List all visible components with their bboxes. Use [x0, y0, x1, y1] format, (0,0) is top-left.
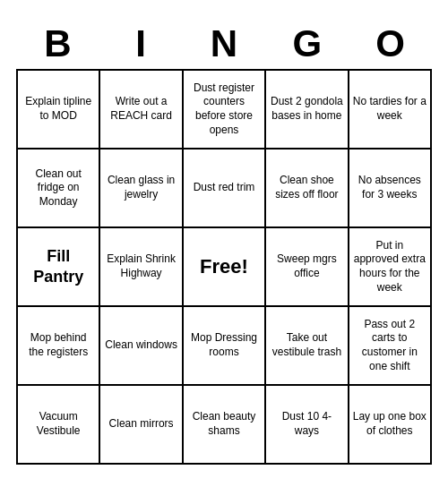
bingo-cell-9: No absences for 3 weeks: [349, 150, 432, 228]
bingo-cell-8: Clean shoe sizes off floor: [266, 150, 349, 228]
bingo-cell-12: Free!: [184, 228, 266, 307]
bingo-letter-n: N: [185, 22, 263, 65]
bingo-cell-16: Clean windows: [100, 307, 183, 386]
bingo-cell-2: Dust register counters before store open…: [184, 71, 266, 150]
bingo-cell-15: Mop behind the registers: [18, 307, 100, 386]
bingo-cell-3: Dust 2 gondola bases in home: [266, 71, 349, 150]
bingo-letter-b: B: [18, 22, 97, 65]
bingo-cell-24: Lay up one box of clothes: [349, 386, 432, 465]
bingo-cell-21: Clean mirrors: [100, 386, 183, 465]
bingo-card: BINGO Explain tipline to MODWrite out a …: [9, 15, 439, 472]
bingo-header: BINGO: [16, 22, 432, 65]
bingo-letter-i: I: [101, 22, 180, 65]
bingo-cell-14: Put in approved extra hours for the week: [349, 228, 432, 307]
bingo-letter-o: O: [351, 22, 430, 65]
bingo-cell-17: Mop Dressing rooms: [184, 307, 266, 386]
bingo-letter-g: G: [268, 22, 347, 65]
bingo-cell-5: Clean out fridge on Monday: [18, 150, 100, 228]
bingo-cell-4: No tardies for a week: [349, 71, 432, 150]
bingo-cell-20: Vacuum Vestibule: [18, 386, 100, 465]
bingo-cell-6: Clean glass in jewelry: [100, 150, 183, 228]
bingo-cell-23: Dust 10 4-ways: [266, 386, 349, 465]
bingo-cell-10: Fill Pantry: [18, 228, 100, 307]
bingo-cell-11: Explain Shrink Highway: [100, 228, 183, 307]
bingo-cell-18: Take out vestibule trash: [266, 307, 349, 386]
bingo-cell-0: Explain tipline to MOD: [18, 71, 100, 150]
bingo-cell-7: Dust red trim: [184, 150, 266, 228]
bingo-cell-22: Clean beauty shams: [184, 386, 266, 465]
bingo-cell-1: Write out a REACH card: [100, 71, 183, 150]
bingo-cell-19: Pass out 2 carts to customer in one shif…: [349, 307, 432, 386]
bingo-grid: Explain tipline to MODWrite out a REACH …: [16, 69, 432, 465]
bingo-cell-13: Sweep mgrs office: [266, 228, 349, 307]
